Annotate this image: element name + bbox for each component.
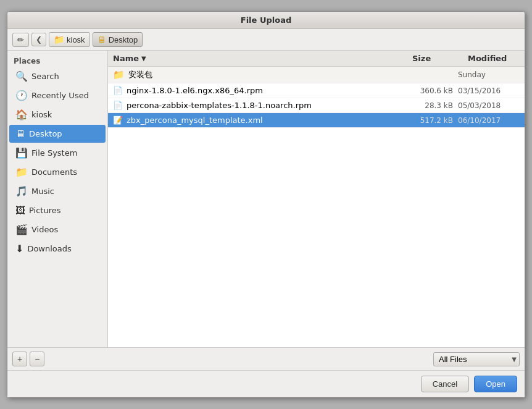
folder-icon: 📁 (113, 69, 125, 80)
desktop-folder-icon: 🖥 (98, 35, 106, 44)
sidebar-videos-label: Videos (31, 225, 58, 234)
sidebar-music-label: Music (31, 187, 54, 196)
sidebar-item-filesystem[interactable]: 💾 File System (9, 144, 106, 162)
rpm-icon: 📄 (113, 101, 123, 110)
kiosk-label: kiosk (67, 35, 85, 44)
sidebar: Places 🔍 Search 🕐 Recently Used 🏠 kiosk … (7, 51, 108, 347)
back-button[interactable]: ❮ (31, 33, 46, 46)
file-upload-dialog: File Upload ✏ ❮ 📁 kiosk 🖥 Desktop Places… (7, 11, 525, 398)
recently-used-icon: 🕐 (15, 90, 28, 101)
bottom-left-buttons: + − (12, 352, 44, 366)
modified-column-header[interactable]: Modified (463, 51, 525, 66)
sidebar-item-videos[interactable]: 🎬 Videos (9, 221, 106, 238)
file-name-cell: 📝 zbx_percona_mysql_template.xml (113, 116, 402, 125)
toolbar: ✏ ❮ 📁 kiosk 🖥 Desktop (7, 29, 525, 51)
edit-icon: ✏ (17, 35, 24, 44)
file-panel: Name ▼ Size Modified 📁 安装包 (108, 51, 525, 347)
table-row[interactable]: 📄 nginx-1.8.0-1.el6.ngx.x86_64.rpm 360.6… (108, 83, 525, 98)
bottom-bar: + − All Files All Supported Files XML Fi… (7, 347, 525, 370)
add-icon: + (17, 354, 22, 364)
file-header: Name ▼ Size Modified (108, 51, 525, 67)
name-column-header[interactable]: Name ▼ (108, 51, 407, 66)
sidebar-item-desktop[interactable]: 🖥 Desktop (9, 125, 106, 143)
sidebar-search-label: Search (31, 72, 59, 81)
file-name-cell: 📁 安装包 (113, 69, 402, 80)
table-row[interactable]: 📁 安装包 Sunday (108, 67, 525, 83)
places-label: Places (7, 53, 107, 67)
sidebar-downloads-label: Downloads (27, 244, 71, 253)
file-filter-select[interactable]: All Files All Supported Files XML Files … (433, 352, 520, 366)
size-column-header[interactable]: Size (407, 51, 463, 66)
sidebar-desktop-label: Desktop (29, 129, 62, 138)
file-date-cell: Sunday (458, 70, 520, 79)
desktop-breadcrumb-button[interactable]: 🖥 Desktop (93, 32, 143, 47)
file-list: 📁 安装包 Sunday 📄 nginx-1.8.0-1.el6.ngx.x86… (108, 67, 525, 347)
name-header-label: Name (113, 54, 139, 63)
sidebar-filesystem-label: File System (31, 148, 77, 158)
file-date-cell: 06/10/2017 (458, 116, 520, 125)
cancel-button[interactable]: Cancel (421, 376, 469, 392)
file-name-text: nginx-1.8.0-1.el6.ngx.x86_64.rpm (127, 86, 263, 95)
sidebar-item-kiosk[interactable]: 🏠 kiosk (9, 106, 106, 124)
sidebar-pictures-label: Pictures (29, 206, 60, 215)
open-button[interactable]: Open (474, 376, 517, 392)
sidebar-item-recently-used[interactable]: 🕐 Recently Used (9, 86, 106, 104)
sidebar-documents-label: Documents (31, 167, 77, 177)
sidebar-item-downloads[interactable]: ⬇ Downloads (9, 240, 106, 258)
file-filter-wrap: All Files All Supported Files XML Files … (433, 352, 520, 366)
pictures-icon: 🖼 (15, 204, 25, 216)
action-buttons-bar: Cancel Open (7, 370, 525, 397)
table-row[interactable]: 📄 percona-zabbix-templates-1.1.8-1.noarc… (108, 98, 525, 113)
kiosk-breadcrumb-button[interactable]: 📁 kiosk (49, 32, 90, 47)
videos-icon: 🎬 (15, 224, 28, 235)
remove-location-button[interactable]: − (30, 352, 44, 366)
xml-icon: 📝 (113, 116, 123, 125)
search-icon: 🔍 (15, 70, 28, 82)
back-icon: ❮ (36, 35, 42, 44)
add-location-button[interactable]: + (12, 352, 27, 366)
desktop-label: Desktop (109, 35, 138, 44)
modified-header-label: Modified (468, 54, 507, 63)
desktop-icon: 🖥 (15, 128, 25, 140)
file-size-cell: 517.2 kB (402, 116, 458, 125)
sort-arrow-icon: ▼ (141, 55, 146, 62)
minus-icon: − (35, 354, 39, 364)
sidebar-item-music[interactable]: 🎵 Music (9, 182, 106, 200)
sidebar-item-search[interactable]: 🔍 Search (9, 67, 106, 85)
kiosk-folder-icon: 📁 (54, 35, 64, 44)
file-name-cell: 📄 nginx-1.8.0-1.el6.ngx.x86_64.rpm (113, 86, 402, 95)
file-size-cell: 360.6 kB (402, 86, 458, 95)
sidebar-kiosk-label: kiosk (31, 110, 52, 119)
file-size-cell: 28.3 kB (402, 101, 458, 110)
sidebar-item-documents[interactable]: 📁 Documents (9, 163, 106, 181)
file-date-cell: 05/03/2018 (458, 101, 520, 110)
main-area: Places 🔍 Search 🕐 Recently Used 🏠 kiosk … (7, 51, 525, 347)
file-name-text: percona-zabbix-templates-1.1.8-1.noarch.… (127, 101, 312, 110)
table-row[interactable]: 📝 zbx_percona_mysql_template.xml 517.2 k… (108, 113, 525, 128)
title-text: File Upload (241, 15, 291, 25)
downloads-icon: ⬇ (15, 243, 23, 255)
dialog-title: File Upload (7, 12, 525, 29)
size-header-label: Size (412, 54, 431, 63)
kiosk-icon: 🏠 (15, 109, 28, 120)
file-name-text: zbx_percona_mysql_template.xml (127, 116, 263, 125)
sidebar-recently-label: Recently Used (31, 91, 89, 100)
documents-icon: 📁 (15, 166, 28, 178)
file-name-text: 安装包 (128, 69, 152, 80)
music-icon: 🎵 (15, 185, 28, 197)
rpm-icon: 📄 (113, 86, 123, 95)
sidebar-item-pictures[interactable]: 🖼 Pictures (9, 201, 106, 219)
file-name-cell: 📄 percona-zabbix-templates-1.1.8-1.noarc… (113, 101, 402, 110)
edit-button[interactable]: ✏ (12, 33, 29, 47)
filesystem-icon: 💾 (15, 147, 28, 159)
file-date-cell: 03/15/2016 (458, 86, 520, 95)
